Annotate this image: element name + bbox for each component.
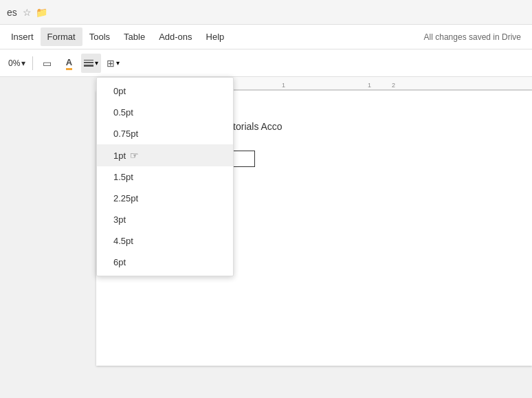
menu-item-insert[interactable]: Insert [4,27,41,46]
border-style-button[interactable]: ⊞ ▾ [104,54,122,73]
dropdown-item-0.5pt[interactable]: 0.5pt [97,102,233,123]
border-lines-icon [84,60,93,67]
main-area: 1 1 2 Name: Tutorials Acco Name: [0,77,532,398]
dropdown-item-1.5pt[interactable]: 1.5pt [97,166,233,188]
border-width-button[interactable]: ▾ [81,54,101,73]
grid-arrow: ▾ [116,59,120,67]
menu-bar: Insert Format Tools Table Add-ons Help A… [0,25,532,49]
star-icon[interactable]: ☆ [23,7,32,18]
page-view-button[interactable]: ▭ [37,54,56,73]
dropdown-item-6pt[interactable]: 6pt [97,252,233,273]
dropdown-item-3pt[interactable]: 3pt [97,209,233,230]
menu-item-table[interactable]: Table [117,27,152,46]
border-width-dropdown: 0pt 0.5pt 0.75pt 1pt ☞ 1.5pt 2.25pt 3pt … [96,77,234,276]
ruler-mark-3: 2 [392,82,395,89]
menu-item-format[interactable]: Format [41,27,82,46]
ruler-mark-2: 1 [368,82,371,89]
left-margin [0,77,96,398]
menu-item-help[interactable]: Help [199,27,232,46]
dropdown-item-0pt[interactable]: 0pt [97,80,233,102]
title-bar: es ☆ 📁 [0,0,532,25]
ruler-mark-1: 1 [282,82,285,89]
zoom-value: 0% [8,58,20,68]
page-view-icon: ▭ [43,58,52,69]
dropdown-item-1pt-label: 1pt [113,151,126,161]
border-width-arrow: ▾ [95,59,98,67]
text-highlight-button[interactable]: A [59,54,78,73]
menu-item-tools[interactable]: Tools [82,27,117,46]
dropdown-item-2.25pt[interactable]: 2.25pt [97,188,233,209]
save-status: All changes saved in Drive [424,32,528,42]
dropdown-item-0.75pt[interactable]: 0.75pt [97,123,233,144]
filename: es [7,7,17,18]
menu-item-addons[interactable]: Add-ons [152,27,199,46]
underline-icon: A [66,57,72,67]
folder-icon[interactable]: 📁 [36,7,47,18]
dropdown-item-1pt[interactable]: 1pt ☞ [97,144,233,166]
dropdown-item-4.5pt[interactable]: 4.5pt [97,230,233,252]
toolbar: 0% ▾ ▭ A ▾ ⊞ ▾ [0,49,532,77]
zoom-arrow: ▾ [21,58,25,68]
toolbar-separator-1 [32,56,33,70]
grid-icon: ⊞ [107,58,115,69]
zoom-control[interactable]: 0% ▾ [5,57,28,69]
